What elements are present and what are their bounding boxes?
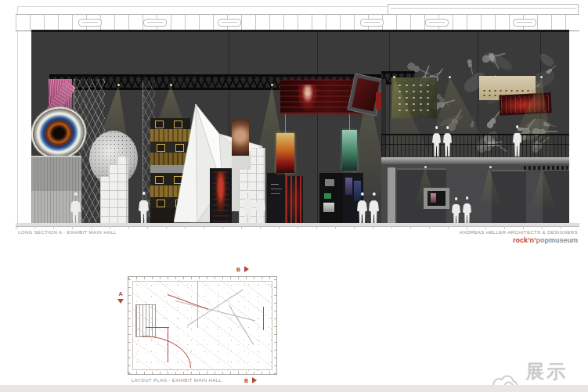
ground-ticks — [16, 226, 579, 229]
red-striped-panel — [286, 176, 303, 225]
visitor-figure — [255, 191, 265, 225]
plan-section-line — [168, 327, 168, 362]
section-title-label: LONG SECTION A - EXHIBIT MAIN HALL — [18, 230, 117, 235]
poster-thumb — [324, 193, 331, 199]
hanging-rod — [285, 110, 286, 133]
brand-gray-part: popmuseum — [536, 236, 578, 244]
mezzanine-figure — [443, 126, 452, 156]
roof-vent — [360, 19, 384, 27]
ceiling-light — [424, 166, 427, 168]
spotlight-fixture — [449, 76, 451, 78]
mezzanine-railing — [381, 134, 569, 159]
section-marker-a-left: A — [117, 291, 124, 304]
mezzanine-figure — [432, 126, 441, 156]
spotlight-fixture — [170, 84, 172, 86]
marker-letter: B — [236, 267, 240, 272]
presentation-board: LONG SECTION A - EXHIBIT MAIN HALL ANDRE… — [0, 0, 588, 392]
plan-section-line — [146, 327, 169, 328]
architect-credit: ANDREAS HELLER ARCHITECTS & DESIGNERS — [460, 230, 578, 235]
visitor-figure — [369, 192, 379, 225]
visitor-figure — [70, 192, 81, 225]
long-section-drawing: LONG SECTION A - EXHIBIT MAIN HALL ANDRE… — [0, 0, 588, 243]
section-arrow-icon — [117, 299, 124, 304]
text-panel — [267, 173, 285, 225]
brand-red-part: rock’n’ — [513, 236, 536, 244]
poster-thumb — [345, 178, 352, 195]
roof-band — [16, 14, 579, 31]
marker-letter: A — [118, 291, 122, 297]
poster-panel — [319, 173, 343, 225]
spotlight-fixture — [540, 76, 543, 78]
visitor-figure — [139, 192, 149, 225]
spotlight-fixture — [393, 76, 395, 78]
roof-vent — [218, 19, 241, 27]
plan-title-label: LAYOUT PLAN - EXHIBIT MAIN HALL — [132, 378, 222, 383]
poster-thumb — [325, 179, 334, 186]
plan-section-line — [263, 307, 264, 330]
mezzanine-floor-slab — [381, 157, 569, 164]
red-figure-banner — [210, 168, 232, 225]
section-arrow-icon — [252, 377, 257, 383]
mezzanine-figure — [513, 125, 521, 156]
lower-level-wall — [381, 164, 569, 225]
spotlight-fixture — [117, 84, 120, 86]
section-marker-b-top: B — [236, 266, 249, 272]
spotlight-fixture — [271, 84, 273, 86]
lower-column — [388, 167, 395, 225]
ceiling-light — [489, 166, 492, 168]
roof-vent — [78, 19, 102, 27]
visitor-figure — [243, 190, 253, 225]
roof-vent — [143, 19, 167, 27]
lower-level-figure — [463, 196, 471, 225]
floor-plan — [128, 276, 277, 375]
guitar-silhouette-icon — [467, 58, 474, 74]
lightbox-banner-blonde — [276, 133, 294, 173]
lower-level-figure — [452, 197, 460, 225]
roof-vent — [425, 19, 449, 27]
bottom-strip — [0, 385, 588, 392]
vent-strip — [524, 166, 568, 170]
lightbox-banner-teal — [342, 130, 357, 171]
exhibit-hall-interior — [31, 30, 569, 225]
section-marker-b-bottom: B — [244, 377, 257, 383]
marker-letter: B — [244, 378, 248, 383]
section-arrow-icon — [244, 266, 249, 272]
visitor-figure — [357, 192, 367, 225]
museum-brand: rock’n’popmuseum — [513, 236, 578, 244]
red-sign — [376, 92, 381, 110]
wall-seam — [317, 32, 318, 225]
plan-staircase — [135, 304, 156, 337]
red-figure-art — [213, 171, 229, 222]
roof-vent — [513, 19, 536, 27]
portrait-photo — [232, 120, 249, 156]
poster-thumb — [323, 203, 334, 212]
